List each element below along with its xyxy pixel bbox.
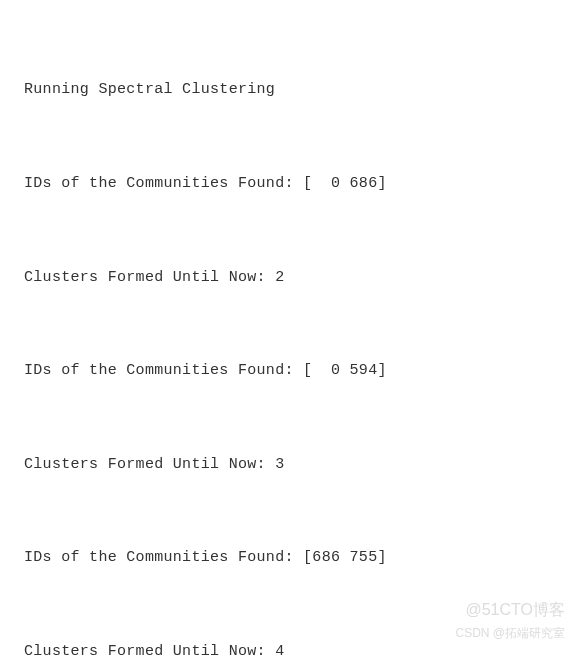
terminal-output: Running Spectral Clustering IDs of the C… [24,12,553,664]
output-line: Running Spectral Clustering [24,74,553,105]
output-line: IDs of the Communities Found: [ 0 594] [24,355,553,386]
output-line: Clusters Formed Until Now: 4 [24,636,553,664]
output-line: Clusters Formed Until Now: 3 [24,449,553,480]
output-line: Clusters Formed Until Now: 2 [24,262,553,293]
output-line: IDs of the Communities Found: [ 0 686] [24,168,553,199]
output-line: IDs of the Communities Found: [686 755] [24,542,553,573]
